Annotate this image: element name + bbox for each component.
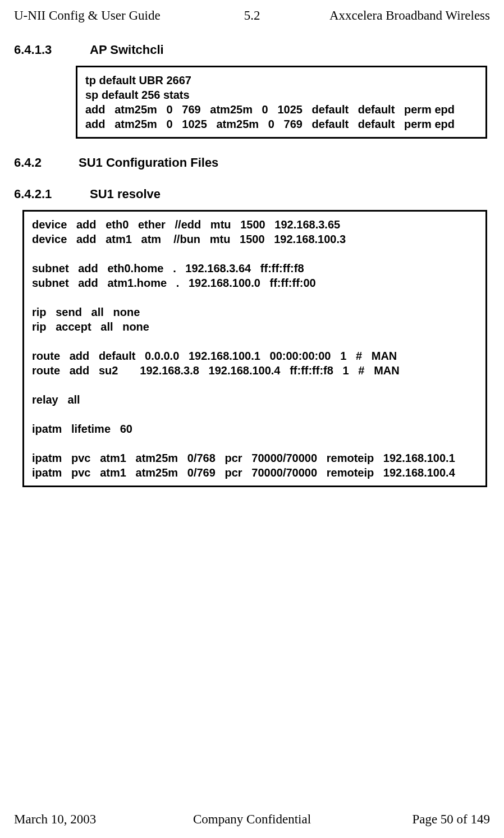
footer-page-number: Page 50 of 149	[331, 812, 490, 827]
section-6-4-1-3-heading: 6.4.1.3AP Switchcli	[14, 43, 490, 57]
section-number: 6.4.2.1	[14, 187, 90, 202]
footer-date: March 10, 2003	[14, 812, 173, 827]
section-title: SU1 Configuration Files	[79, 155, 218, 170]
section-title: AP Switchcli	[90, 43, 164, 57]
section-number: 6.4.2	[14, 155, 79, 170]
su1-resolve-code-block: device add eth0 ether //edd mtu 1500 192…	[22, 210, 487, 487]
header-version: 5.2	[244, 8, 260, 23]
section-6-4-2-heading: 6.4.2SU1 Configuration Files	[14, 155, 490, 170]
header-doc-title: U-NII Config & User Guide	[14, 8, 244, 23]
ap-switchcli-code-block: tp default UBR 2667 sp default 256 stats…	[76, 66, 487, 139]
page-footer: March 10, 2003 Company Confidential Page…	[14, 812, 490, 827]
footer-confidential: Company Confidential	[173, 812, 332, 827]
page-header: U-NII Config & User Guide 5.2 Axxcelera …	[14, 6, 490, 23]
section-title: SU1 resolve	[90, 187, 161, 201]
section-number: 6.4.1.3	[14, 43, 90, 57]
section-6-4-2-1-heading: 6.4.2.1SU1 resolve	[14, 187, 490, 202]
header-company: Axxcelera Broadband Wireless	[260, 8, 490, 23]
